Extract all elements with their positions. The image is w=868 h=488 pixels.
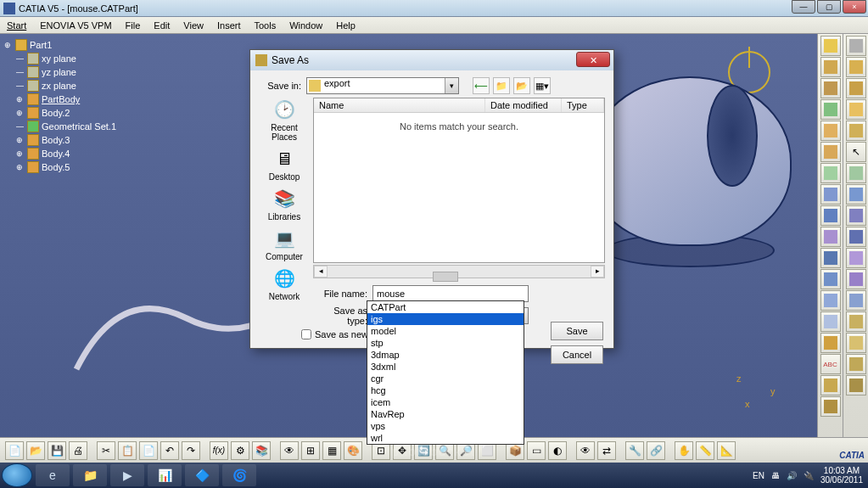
save-toolbar-icon[interactable]: 💾 — [48, 441, 66, 460]
horizontal-scrollbar[interactable]: ◂ ▸ — [313, 265, 605, 278]
swap-icon[interactable]: ⇄ — [597, 441, 616, 460]
chamfer-icon[interactable] — [820, 142, 841, 162]
fillet-icon[interactable] — [820, 121, 841, 141]
task-ie[interactable]: e — [36, 464, 70, 486]
close-button[interactable]: × — [843, 0, 866, 14]
measure2-icon[interactable]: 📐 — [717, 441, 736, 460]
link-icon[interactable]: 🔗 — [647, 441, 665, 460]
file-list[interactable]: Name Date modified Type No items match y… — [313, 98, 605, 263]
cancel-button[interactable]: Cancel — [551, 345, 603, 364]
menu-start[interactable]: Start — [0, 19, 33, 32]
task-media[interactable]: ▶ — [110, 464, 144, 486]
torus-icon[interactable] — [846, 121, 866, 141]
tool-i-icon[interactable] — [846, 333, 866, 353]
menu-help[interactable]: Help — [329, 19, 362, 32]
opt-3dmap[interactable]: 3dmap — [367, 349, 524, 361]
cube-icon[interactable] — [846, 57, 866, 77]
place-libraries[interactable]: 📚Libraries — [259, 187, 310, 222]
newfolder-button[interactable]: 📂 — [513, 77, 530, 94]
pattern-icon[interactable] — [820, 205, 841, 226]
abc-icon[interactable]: ABC — [820, 354, 841, 374]
opt-igs[interactable]: igs — [367, 313, 524, 325]
opt-stp[interactable]: stp — [367, 337, 524, 349]
tool-j-icon[interactable] — [846, 354, 866, 374]
grid-icon[interactable]: ▦ — [322, 441, 341, 460]
view-icon[interactable]: 👁 — [280, 441, 299, 460]
wb-icon[interactable]: 🔧 — [625, 441, 644, 460]
cut-icon[interactable]: ✂ — [97, 441, 115, 460]
tree-zx-plane[interactable]: —zx plane — [16, 79, 116, 93]
place-desktop[interactable]: 🖥Desktop — [259, 147, 310, 182]
chevron-down-icon[interactable]: ▾ — [445, 78, 458, 93]
dialog-titlebar[interactable]: Save As ✕ — [250, 50, 613, 70]
opt-vps[interactable]: vps — [367, 420, 524, 432]
open-icon[interactable]: 📂 — [26, 441, 45, 460]
task-app1[interactable]: 📊 — [148, 464, 182, 486]
sphere-icon[interactable] — [846, 99, 866, 120]
tool-h-icon[interactable] — [846, 311, 866, 332]
col-name[interactable]: Name — [314, 98, 485, 112]
tree-xy-plane[interactable]: —xy plane — [16, 52, 116, 65]
place-recent[interactable]: 🕑Recent Places — [259, 98, 310, 142]
gear-icon[interactable] — [846, 36, 866, 56]
minimize-button[interactable]: — — [792, 0, 815, 14]
front-icon[interactable]: ▭ — [527, 441, 546, 460]
tray-icon[interactable]: 🔊 — [787, 471, 797, 480]
param-icon[interactable]: ⚙ — [231, 441, 249, 460]
scale-icon[interactable] — [820, 290, 841, 311]
boolean-icon[interactable] — [820, 227, 841, 247]
opt-hcg[interactable]: hcg — [367, 384, 524, 396]
newdoc-checkbox[interactable] — [301, 329, 311, 339]
opt-wrl[interactable]: wrl — [367, 432, 524, 444]
catalog-icon[interactable]: 📚 — [252, 441, 271, 460]
tool-b-icon[interactable] — [846, 184, 866, 205]
opt-icem[interactable]: icem — [367, 396, 524, 408]
menu-file[interactable]: File — [119, 19, 148, 32]
paste-icon[interactable]: 📄 — [139, 441, 158, 460]
opt-cgr[interactable]: cgr — [367, 373, 524, 384]
material-icon[interactable] — [820, 396, 841, 417]
measure-icon[interactable] — [820, 375, 841, 395]
tree-yz-plane[interactable]: —yz plane — [16, 65, 116, 79]
place-network[interactable]: 🌐Network — [259, 266, 310, 301]
task-app3[interactable]: 🌀 — [222, 464, 256, 486]
measure1-icon[interactable]: 📏 — [696, 441, 714, 460]
opt-navrep[interactable]: NavRep — [367, 408, 524, 420]
save-button[interactable]: Save — [551, 322, 603, 340]
undo-icon[interactable]: ↶ — [160, 441, 179, 460]
save-in-combo[interactable]: export ▾ — [306, 77, 459, 94]
copy-icon[interactable]: 📋 — [118, 441, 137, 460]
tool-d-icon[interactable] — [846, 227, 866, 247]
tree-geomset1[interactable]: —Geometrical Set.1 — [16, 120, 116, 133]
fx-icon[interactable]: f(x) — [210, 441, 228, 460]
menu-insert[interactable]: Insert — [210, 19, 248, 32]
tool-k-icon[interactable] — [846, 375, 866, 395]
new-icon[interactable]: 📄 — [5, 441, 24, 460]
scroll-right-icon[interactable]: ▸ — [591, 266, 604, 278]
sketch-icon[interactable] — [820, 36, 841, 56]
tree-body4[interactable]: ⊕Body.4 — [16, 147, 116, 160]
tree-body5[interactable]: ⊕Body.5 — [16, 160, 116, 174]
pocket-icon[interactable] — [820, 78, 841, 98]
menu-window[interactable]: Window — [283, 19, 329, 32]
tool-f-icon[interactable] — [846, 269, 866, 289]
start-button[interactable] — [2, 463, 32, 487]
cursor-icon[interactable]: ↖ — [846, 142, 866, 162]
shell-icon[interactable] — [820, 163, 841, 183]
print-icon[interactable]: 🖨 — [69, 441, 87, 460]
tool-c-icon[interactable] — [846, 205, 866, 226]
clock[interactable]: 10:03 AM 30/06/2011 — [820, 466, 863, 485]
tool-e-icon[interactable] — [846, 248, 866, 268]
scroll-left-icon[interactable]: ◂ — [314, 266, 328, 278]
mirror-icon[interactable] — [820, 184, 841, 205]
translate-icon[interactable] — [820, 248, 841, 268]
hole-icon[interactable] — [820, 99, 841, 120]
tool-g-icon[interactable] — [846, 290, 866, 311]
redo-icon[interactable]: ↷ — [182, 441, 200, 460]
shade-icon[interactable]: ◐ — [548, 441, 567, 460]
col-date[interactable]: Date modified — [485, 98, 562, 112]
tool-a-icon[interactable] — [846, 163, 866, 183]
tree-body2[interactable]: ⊕Body.2 — [16, 106, 116, 120]
cylinder-icon[interactable] — [846, 78, 866, 98]
scroll-thumb[interactable] — [433, 272, 458, 282]
